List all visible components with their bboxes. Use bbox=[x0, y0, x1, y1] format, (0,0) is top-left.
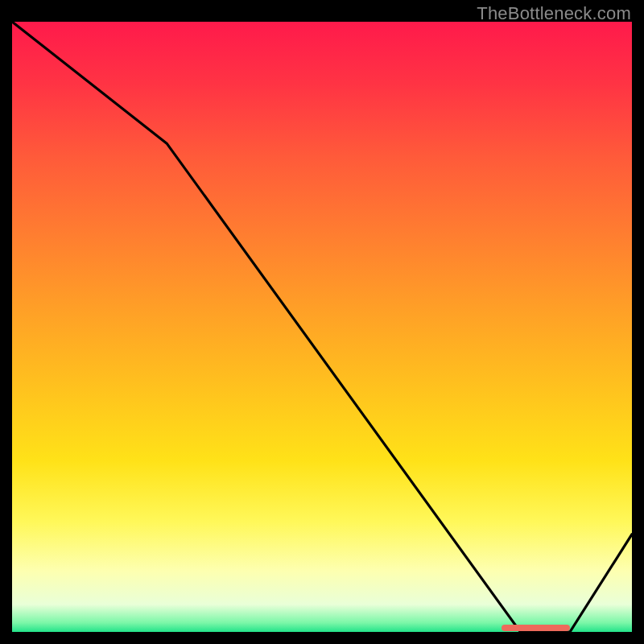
gradient-rect bbox=[12, 22, 632, 632]
bottleneck-chart bbox=[12, 22, 632, 632]
optimal-range-marker bbox=[502, 625, 570, 631]
chart-frame bbox=[12, 22, 632, 632]
